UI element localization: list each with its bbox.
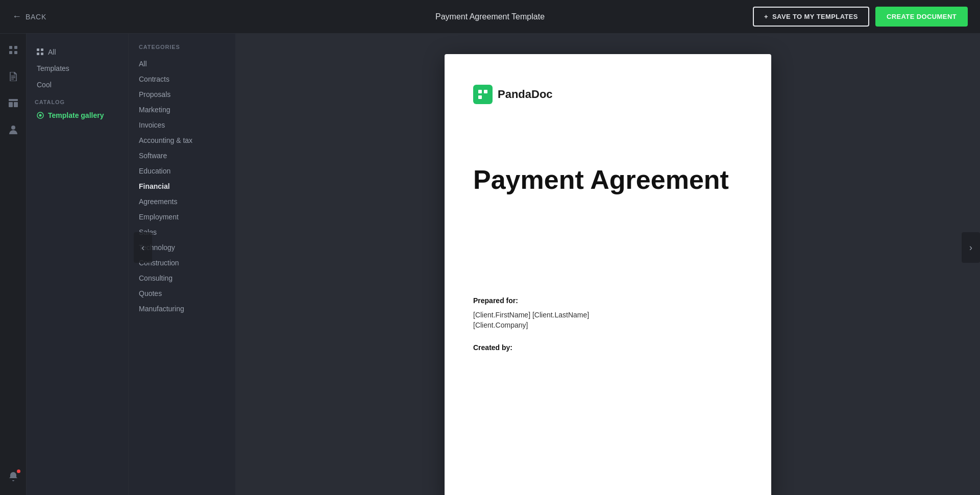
- category-employment[interactable]: Employment: [129, 209, 235, 225]
- svg-rect-7: [9, 99, 18, 101]
- nav-item-all[interactable]: All: [27, 44, 128, 60]
- svg-rect-13: [37, 53, 39, 55]
- category-accounting[interactable]: Accounting & tax: [129, 133, 235, 148]
- document-preview-area[interactable]: PandaDoc Payment Agreement Prepared for:…: [236, 34, 980, 495]
- back-arrow-icon: ←: [12, 11, 21, 22]
- nav-sidebar: All Templates Cool CATALOG Template gall…: [27, 34, 129, 495]
- nav-item-cool[interactable]: Cool: [27, 77, 128, 93]
- category-education[interactable]: Education: [129, 163, 235, 179]
- nav-item-templates[interactable]: Templates: [27, 60, 128, 77]
- svg-rect-17: [478, 90, 482, 93]
- category-manufacturing[interactable]: Manufacturing: [129, 301, 235, 316]
- svg-rect-8: [9, 102, 13, 107]
- pandadoc-logo-text: PandaDoc: [498, 88, 553, 101]
- category-all[interactable]: All: [129, 56, 235, 71]
- svg-rect-14: [41, 53, 43, 55]
- sidebar-icon-layout[interactable]: [5, 95, 21, 111]
- svg-rect-19: [478, 95, 482, 99]
- category-marketing[interactable]: Marketing: [129, 102, 235, 117]
- category-agreements[interactable]: Agreements: [129, 194, 235, 209]
- categories-sidebar: CATEGORIES All Contracts Proposals Marke…: [129, 34, 236, 495]
- page-title: Payment Agreement Template: [435, 12, 545, 21]
- create-label: CREATE DOCUMENT: [887, 13, 957, 20]
- next-arrow-button[interactable]: ›: [962, 232, 980, 263]
- category-invoices[interactable]: Invoices: [129, 117, 235, 133]
- category-quotes[interactable]: Quotes: [129, 286, 235, 301]
- save-to-templates-button[interactable]: + SAVE TO MY TEMPLATES: [753, 7, 869, 27]
- pandadoc-logo-icon: [473, 85, 493, 104]
- svg-rect-11: [37, 48, 39, 51]
- main-layout: All Templates Cool CATALOG Template gall…: [0, 0, 980, 495]
- icon-sidebar: [0, 34, 27, 495]
- gallery-icon: [37, 112, 44, 119]
- plus-icon: +: [764, 13, 768, 20]
- back-button[interactable]: ← BACK: [12, 11, 46, 22]
- svg-point-10: [11, 126, 15, 130]
- category-software[interactable]: Software: [129, 148, 235, 163]
- nav-cool-label: Cool: [37, 81, 52, 89]
- category-proposals[interactable]: Proposals: [129, 87, 235, 102]
- svg-rect-2: [9, 51, 12, 54]
- chevron-right-icon: ›: [969, 242, 972, 253]
- nav-item-gallery[interactable]: Template gallery: [27, 107, 128, 123]
- chevron-left-icon: ‹: [141, 242, 144, 253]
- svg-rect-1: [14, 46, 17, 49]
- catalog-section-header: CATALOG: [27, 93, 128, 107]
- client-name: [Client.FirstName] [Client.LastName]: [473, 311, 743, 319]
- category-consulting[interactable]: Consulting: [129, 270, 235, 286]
- svg-rect-18: [484, 90, 487, 93]
- prev-arrow-button[interactable]: ‹: [134, 232, 152, 263]
- svg-point-16: [39, 114, 42, 117]
- client-company: [Client.Company]: [473, 321, 743, 329]
- document-preview: PandaDoc Payment Agreement Prepared for:…: [445, 54, 771, 495]
- nav-all-label: All: [48, 48, 56, 56]
- document-title: Payment Agreement: [473, 165, 743, 194]
- create-document-button[interactable]: CREATE DOCUMENT: [875, 7, 968, 27]
- category-contracts[interactable]: Contracts: [129, 71, 235, 87]
- prepared-for-label: Prepared for:: [473, 296, 743, 305]
- sidebar-icon-notification[interactable]: [5, 468, 21, 485]
- nav-gallery-label: Template gallery: [48, 111, 104, 119]
- save-label: SAVE TO MY TEMPLATES: [772, 13, 858, 20]
- created-by-label: Created by:: [473, 343, 743, 352]
- sidebar-icon-user[interactable]: [5, 121, 21, 138]
- svg-rect-3: [14, 51, 17, 54]
- svg-rect-9: [14, 102, 18, 107]
- header: ← BACK Payment Agreement Template + SAVE…: [0, 0, 980, 34]
- svg-rect-12: [41, 48, 43, 51]
- categories-title: CATEGORIES: [129, 44, 235, 56]
- svg-rect-0: [9, 46, 12, 49]
- nav-templates-label: Templates: [37, 64, 69, 72]
- back-label: BACK: [26, 13, 46, 21]
- sidebar-icon-doc[interactable]: [5, 68, 21, 85]
- grid-icon: [37, 48, 44, 56]
- sidebar-icon-grid[interactable]: [5, 42, 21, 58]
- category-financial[interactable]: Financial: [129, 179, 235, 194]
- doc-logo: PandaDoc: [473, 85, 743, 104]
- header-actions: + SAVE TO MY TEMPLATES CREATE DOCUMENT: [753, 7, 968, 27]
